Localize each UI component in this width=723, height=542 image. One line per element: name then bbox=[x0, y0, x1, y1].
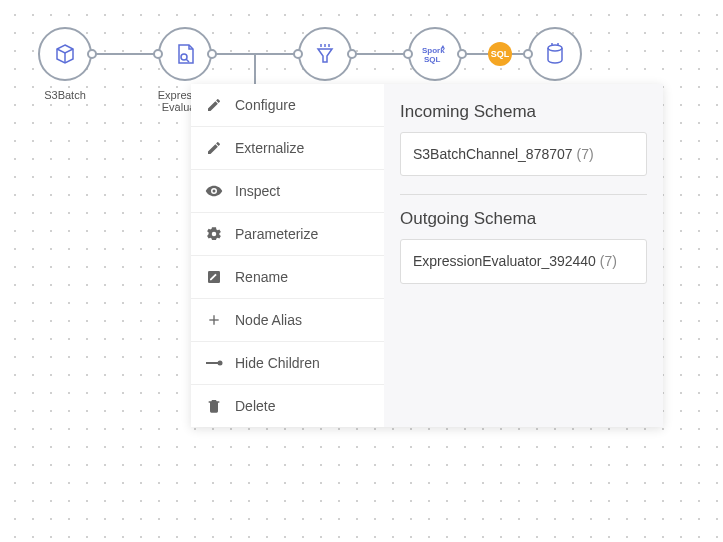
node-filter[interactable] bbox=[298, 27, 352, 81]
outgoing-schema-count: (7) bbox=[600, 253, 617, 269]
menu-delete[interactable]: Delete bbox=[191, 385, 384, 427]
menu-label: Hide Children bbox=[235, 355, 320, 371]
menu-label: Rename bbox=[235, 269, 288, 285]
plus-icon bbox=[205, 311, 223, 329]
svg-line-5 bbox=[186, 59, 189, 62]
menu-label: Inspect bbox=[235, 183, 280, 199]
svg-point-16 bbox=[218, 361, 223, 366]
menu-externalize[interactable]: Externalize bbox=[191, 127, 384, 170]
schema-divider bbox=[400, 194, 647, 195]
node-spark-sql[interactable]: Spork SQL bbox=[408, 27, 462, 81]
menu-configure[interactable]: Configure bbox=[191, 84, 384, 127]
menu-hide-children[interactable]: Hide Children bbox=[191, 342, 384, 385]
context-menu: Configure Externalize Inspect Parameteri… bbox=[191, 84, 384, 427]
node-port[interactable] bbox=[293, 49, 303, 59]
menu-label: Configure bbox=[235, 97, 296, 113]
context-popup: Configure Externalize Inspect Parameteri… bbox=[191, 84, 663, 427]
menu-parameterize[interactable]: Parameterize bbox=[191, 213, 384, 256]
node-output[interactable] bbox=[528, 27, 582, 81]
menu-rename[interactable]: Rename bbox=[191, 256, 384, 299]
incoming-schema-box[interactable]: S3BatchChannel_878707 (7) bbox=[400, 132, 647, 176]
trash-icon bbox=[205, 397, 223, 415]
pencil-icon bbox=[205, 96, 223, 114]
menu-inspect[interactable]: Inspect bbox=[191, 170, 384, 213]
node-port[interactable] bbox=[523, 49, 533, 59]
node-port[interactable] bbox=[403, 49, 413, 59]
node-label: S3Batch bbox=[44, 89, 86, 101]
pencil-icon bbox=[205, 139, 223, 157]
node-expression-evaluator[interactable]: Expression Evaluator bbox=[158, 27, 212, 81]
sql-badge: SQL bbox=[488, 42, 512, 66]
node-port[interactable] bbox=[153, 49, 163, 59]
eye-icon bbox=[205, 182, 223, 200]
expression-icon bbox=[173, 42, 197, 66]
node-port[interactable] bbox=[87, 49, 97, 59]
outgoing-schema-box[interactable]: ExpressionEvaluator_392440 (7) bbox=[400, 239, 647, 283]
rename-icon bbox=[205, 268, 223, 286]
svg-point-11 bbox=[548, 45, 562, 51]
menu-label: Parameterize bbox=[235, 226, 318, 242]
node-port[interactable] bbox=[457, 49, 467, 59]
outgoing-schema-name: ExpressionEvaluator_392440 bbox=[413, 253, 596, 269]
spark-sql-icon: Spork SQL bbox=[420, 42, 450, 66]
node-port[interactable] bbox=[207, 49, 217, 59]
cube-icon bbox=[53, 42, 77, 66]
menu-label: Delete bbox=[235, 398, 275, 414]
schema-pane: Incoming Schema S3BatchChannel_878707 (7… bbox=[384, 84, 663, 427]
outgoing-schema-title: Outgoing Schema bbox=[400, 209, 647, 229]
funnel-icon bbox=[313, 42, 337, 66]
output-icon bbox=[543, 42, 567, 66]
menu-node-alias[interactable]: Node Alias bbox=[191, 299, 384, 342]
incoming-schema-count: (7) bbox=[576, 146, 593, 162]
incoming-schema-name: S3BatchChannel_878707 bbox=[413, 146, 573, 162]
svg-text:SQL: SQL bbox=[424, 55, 441, 64]
node-s3batch[interactable]: S3Batch bbox=[38, 27, 92, 81]
gear-icon bbox=[205, 225, 223, 243]
incoming-schema-title: Incoming Schema bbox=[400, 102, 647, 122]
hide-children-icon bbox=[205, 354, 223, 372]
menu-label: Externalize bbox=[235, 140, 304, 156]
node-port[interactable] bbox=[347, 49, 357, 59]
menu-label: Node Alias bbox=[235, 312, 302, 328]
